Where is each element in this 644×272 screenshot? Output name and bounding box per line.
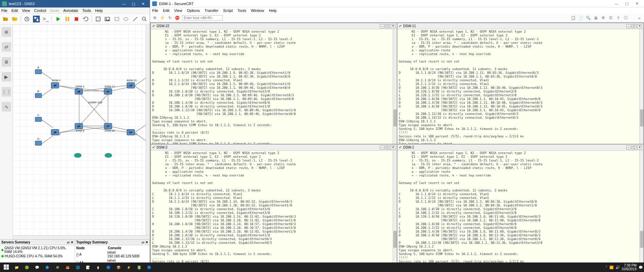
console-all-icon[interactable]: >_ [42,16,49,22]
pane-min-icon[interactable]: — [380,24,384,28]
terminal-scrollbar[interactable] [639,29,643,144]
panel-undock-icon[interactable]: ▱ [142,240,144,244]
disconnect-icon[interactable]: ⛔ [175,15,180,21]
gns3-canvas[interactable]: A AA B BB C CC D DD ASW-1 ⇄ ASW-11 ⇄ ASW… [13,24,150,239]
terminal-output[interactable]: N1 - OSPF NSSA external type 1, N2 - OSP… [397,29,643,144]
menu-tools[interactable]: Tools [237,8,246,13]
host-input[interactable] [182,15,223,20]
close-button[interactable]: ✕ [138,2,148,6]
pane-max-icon[interactable]: ▢ [385,24,390,28]
help-icon[interactable]: ? [615,15,621,21]
print-icon[interactable]: 🖶 [593,15,598,21]
crt-titlebar[interactable]: DSW-1 - SecureCRT — ▢ ✕ [150,0,644,7]
tray-chevron-icon[interactable]: ˄ [606,266,607,269]
terminal-output[interactable]: N1 - OSPF NSSA external type 1, N2 - OSP… [397,151,643,265]
tree-expand-icon[interactable]: + [76,253,79,257]
menu-options[interactable]: Options [187,8,200,13]
toolbar-overflow-icon[interactable]: » [637,15,642,21]
node-c[interactable] [35,117,42,122]
paste-icon[interactable]: 📄 [578,15,584,21]
taskbar-app-icon[interactable]: 📦 [113,263,124,271]
pane-max-icon[interactable]: ▢ [385,146,390,150]
panel-close-icon[interactable]: ✕ [145,240,148,244]
snapshot-icon[interactable] [24,16,30,22]
annotation-rect-icon[interactable] [113,16,120,22]
palette-link-icon[interactable]: ∿ [2,102,11,112]
node-router-2[interactable] [105,153,112,158]
panel-close-icon[interactable]: ✕ [71,240,73,244]
quick-connect-icon[interactable]: ⚡ [160,15,165,21]
canvas-hscroll[interactable] [13,235,150,239]
menu-file[interactable]: File [152,8,158,13]
pause-all-icon[interactable] [64,16,70,22]
settings-icon[interactable]: ⚙ [52,263,62,271]
terminal-tab[interactable]: ✔DSW-2—▢✕ [151,144,397,151]
taskbar-app-icon[interactable]: 📗 [134,263,144,271]
pane-min-icon[interactable]: — [626,24,631,28]
open-project-icon[interactable] [11,16,18,22]
terminal-icon[interactable]: ▮ [93,263,103,271]
terminal-output[interactable]: N1 - OSPF NSSA external type 1, N2 - OSP… [151,151,397,265]
maximize-button[interactable]: ▢ [622,1,632,6]
tray-network-icon[interactable]: 📶 [609,266,613,269]
annotation-note-icon[interactable] [95,16,101,22]
palette-end-devices-icon[interactable]: 🖥 [2,57,11,67]
node-d[interactable] [35,141,42,146]
pane-max-icon[interactable]: ▢ [632,24,637,28]
menu-tools[interactable]: Tools [82,8,91,13]
pane-close-icon[interactable]: ✕ [391,24,395,28]
menu-window[interactable]: Window [251,8,264,13]
show-port-labels-icon[interactable] [33,16,40,22]
zoom-icon[interactable] [141,16,148,22]
taskbar-app-icon[interactable]: 📝 [83,263,93,271]
menu-view[interactable]: View [22,8,30,13]
palette-security-icon[interactable]: ▶ [2,72,11,82]
menu-script[interactable]: Script [223,8,233,13]
pane-min-icon[interactable]: — [626,146,631,150]
file-explorer-icon[interactable]: 📁 [12,263,22,271]
taskbar-app-icon[interactable]: 🟢 [22,263,32,271]
pane-close-icon[interactable]: ✕ [637,24,642,28]
pane-close-icon[interactable]: ✕ [637,146,642,150]
menu-edit[interactable]: Edit [12,8,18,13]
annotation-image-icon[interactable] [104,16,111,22]
tray-volume-icon[interactable]: 🔊 [615,266,620,269]
topology-row[interactable]: + Atelnet 192.168.40.129:5008 [76,250,148,258]
node-asw1[interactable]: ⇄ [51,82,59,88]
taskbar-clock[interactable]: 7:38 PM 10/8/2019 [622,264,637,271]
pane-close-icon[interactable]: ✕ [391,146,395,150]
palette-switches-icon[interactable]: ⇄ [2,42,11,52]
palette-routers-icon[interactable]: ⊕ [2,27,11,37]
session-options-icon[interactable]: ☰ [608,15,613,21]
reconnect-icon[interactable]: ↻ [167,15,173,21]
maximize-button[interactable]: ▢ [129,2,138,6]
reload-all-icon[interactable] [83,16,89,22]
about-icon[interactable]: ⓘ [623,15,628,21]
annotation-line-icon[interactable] [132,16,138,22]
new-project-icon[interactable] [2,16,8,22]
stop-all-icon[interactable] [73,16,80,22]
menu-view[interactable]: View [174,8,182,13]
menu-annotate[interactable]: Annotate [63,8,78,13]
terminal-tab[interactable]: ✔DSW-22—▢✕ [151,23,397,29]
menu-help[interactable]: Help [269,8,277,13]
session-manager-icon[interactable]: ⧉ [152,15,158,21]
find-icon[interactable]: 🔍 [586,15,591,21]
terminal-scrollbar[interactable] [393,29,397,144]
palette-all-icon[interactable]: ⋮⋮ [2,87,11,97]
node-a[interactable] [35,69,42,74]
taskbar-app-icon[interactable]: 🔷 [42,263,52,271]
settings-icon[interactable]: ⚙ [601,15,606,21]
server-row[interactable]: GNS3 VM (GNS3 VM 2.1.21) CPU 5.6%, RAM 1… [1,246,73,254]
terminal-scrollbar[interactable] [393,151,397,265]
menu-transfer[interactable]: Transfer [204,8,218,13]
taskbar-app-icon[interactable]: 🌐 [73,263,83,271]
server-row[interactable]: HUGO-CORE CPU 4.7%, RAM 54.0% [1,254,73,258]
menu-control[interactable]: Control [34,8,46,13]
menu-edit[interactable]: Edit [163,8,169,13]
taskbar-app-icon[interactable]: 🔵 [144,263,154,271]
firefox-icon[interactable]: 🦊 [62,263,73,271]
taskbar-app-icon[interactable]: ⚡ [124,263,134,271]
node-router-1[interactable] [74,153,82,158]
minimize-button[interactable]: — [611,2,622,6]
